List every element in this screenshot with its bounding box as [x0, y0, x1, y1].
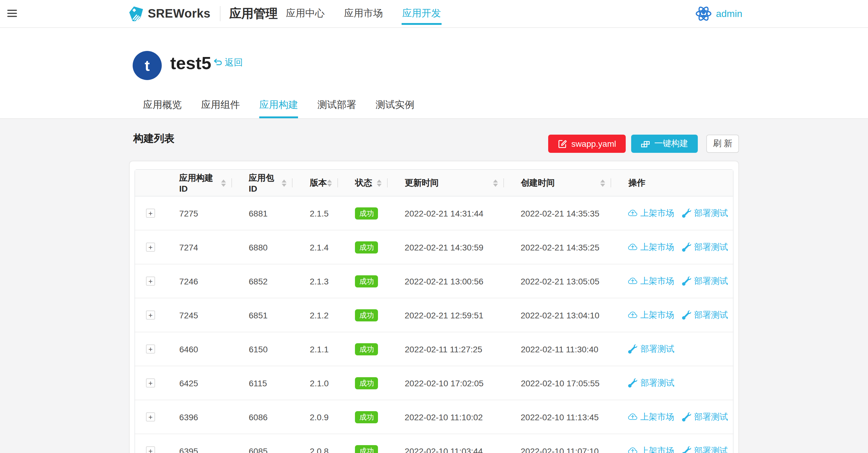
action-link-1[interactable]: 上架市场: [628, 446, 674, 453]
action-link-1[interactable]: 上架市场: [628, 242, 674, 253]
cell-value: 2.1.1: [310, 344, 329, 354]
cell-version: 2.1.0: [293, 378, 338, 388]
tab-4[interactable]: 测试部署: [317, 93, 356, 118]
table-row: +724668522.1.3成功2022-02-21 13:00:562022-…: [135, 264, 733, 299]
cell-expand: +: [135, 413, 162, 422]
cell-build-id: 6425: [162, 378, 232, 388]
cell-expand: +: [135, 378, 162, 388]
action-link-2[interactable]: 部署测试: [682, 412, 728, 422]
cell-value: 2022-02-21 14:31:44: [405, 208, 484, 218]
action-link-1[interactable]: 上架市场: [628, 310, 674, 320]
cell-value: 6396: [179, 412, 198, 422]
cell-updated-time: 2022-02-21 14:31:44: [388, 208, 504, 218]
expand-row-button[interactable]: +: [146, 277, 155, 286]
column-header-created-time[interactable]: 创建时间: [504, 170, 612, 196]
cell-build-id: 7245: [162, 310, 232, 320]
action-link-1[interactable]: 上架市场: [628, 412, 674, 422]
action-label: 上架市场: [640, 446, 674, 453]
button-label: 一键构建: [654, 138, 688, 149]
tab-3[interactable]: 应用构建: [259, 93, 298, 118]
action-link-2[interactable]: 部署测试: [682, 242, 728, 253]
wrench-icon: [682, 446, 691, 453]
toolbar-button-3[interactable]: 刷 新: [706, 135, 739, 153]
expand-row-button[interactable]: +: [146, 311, 155, 319]
action-link-1[interactable]: 上架市场: [628, 276, 674, 286]
sort-carets-icon[interactable]: [493, 179, 498, 187]
sort-carets-icon[interactable]: [221, 179, 226, 187]
caret-up-icon: [221, 179, 226, 182]
sort-carets-icon[interactable]: [328, 179, 332, 187]
tab-5[interactable]: 测试实例: [376, 93, 414, 118]
expand-row-button[interactable]: +: [146, 446, 155, 453]
action-link-2[interactable]: 部署测试: [682, 310, 728, 320]
toolbar-button-2[interactable]: 一键构建: [631, 135, 698, 153]
column-header-package-id[interactable]: 应用包ID: [232, 170, 293, 196]
cell-expand: +: [135, 208, 162, 218]
user-name[interactable]: admin: [716, 8, 742, 19]
cell-package-id: 6880: [232, 242, 293, 252]
cell-updated-time: 2022-02-10 11:10:02: [388, 412, 504, 422]
tab-1[interactable]: 应用概览: [143, 93, 182, 118]
action-label: 上架市场: [640, 242, 674, 253]
expand-row-button[interactable]: +: [146, 413, 155, 422]
column-header-updated-time[interactable]: 更新时间: [388, 170, 504, 196]
toolbar-button-1[interactable]: swapp.yaml: [548, 135, 626, 153]
cell-value: 7275: [179, 208, 198, 218]
action-link-1[interactable]: 上架市场: [628, 208, 674, 219]
cell-value: 6880: [249, 242, 268, 252]
cell-value: 2.0.9: [310, 412, 329, 422]
brand-group: SREWorks 应用管理: [129, 0, 278, 27]
wrench-icon: [682, 208, 691, 218]
build-list-card: 应用构建ID应用包ID版本状态更新时间创建时间操作 +727568812.1.5…: [129, 161, 739, 453]
nav-item-3[interactable]: 应用开发: [394, 0, 450, 27]
expand-row-button[interactable]: +: [146, 378, 155, 388]
app-tabs: 应用概览应用组件应用构建测试部署测试实例: [143, 93, 414, 118]
action-link-1[interactable]: 部署测试: [628, 343, 675, 355]
expand-row-button[interactable]: +: [146, 208, 155, 218]
expand-row-button[interactable]: +: [146, 344, 155, 353]
nav-item-2[interactable]: 应用市场: [336, 0, 391, 27]
caret-down-icon: [377, 183, 382, 187]
top-nav: 应用中心应用市场应用开发: [277, 0, 450, 27]
user-menu[interactable]: admin: [695, 0, 742, 27]
tab-2[interactable]: 应用组件: [201, 93, 240, 118]
cell-updated-time: 2022-02-21 14:30:59: [388, 242, 504, 252]
cell-status: 成功: [338, 343, 388, 355]
column-header-build-id[interactable]: 应用构建ID: [162, 170, 232, 196]
column-header-version[interactable]: 版本: [293, 170, 338, 196]
back-link[interactable]: 返回: [213, 58, 243, 67]
cell-created-time: 2022-02-11 11:30:40: [504, 344, 612, 354]
column-header-expand: [135, 170, 162, 196]
action-link-1[interactable]: 部署测试: [628, 377, 675, 389]
cell-version: 2.1.3: [293, 276, 338, 286]
expand-row-button[interactable]: +: [146, 243, 155, 252]
cell-value: 2022-02-10 17:05:55: [521, 378, 600, 388]
column-label: 应用构建ID: [179, 172, 221, 193]
cell-expand: +: [135, 277, 162, 286]
cell-value: 2022-02-10 11:13:45: [521, 412, 599, 422]
sort-carets-icon[interactable]: [600, 179, 606, 187]
column-header-status[interactable]: 状态: [338, 170, 388, 196]
action-link-2[interactable]: 部署测试: [682, 446, 728, 453]
nav-item-1[interactable]: 应用中心: [277, 0, 333, 27]
cell-actions: 上架市场部署测试: [611, 412, 733, 422]
cell-value: 2.1.5: [310, 208, 329, 218]
action-label: 上架市场: [640, 412, 674, 422]
cell-value: 2.0.8: [310, 446, 329, 453]
cell-created-time: 2022-02-10 11:13:45: [504, 412, 611, 422]
cell-expand: +: [135, 446, 162, 453]
action-label: 部署测试: [694, 310, 728, 320]
status-badge: 成功: [355, 343, 378, 355]
cell-created-time: 2022-02-21 13:04:10: [504, 310, 611, 320]
cell-value: 2022-02-21 13:05:05: [521, 276, 599, 286]
sort-carets-icon[interactable]: [282, 179, 287, 187]
cell-value: 2.1.3: [310, 276, 329, 286]
action-link-2[interactable]: 部署测试: [682, 208, 728, 219]
hamburger-menu-icon[interactable]: [7, 10, 17, 17]
sort-carets-icon[interactable]: [377, 179, 382, 187]
cell-package-id: 6150: [232, 344, 293, 354]
action-link-2[interactable]: 部署测试: [682, 276, 728, 286]
wrench-icon: [682, 277, 691, 286]
caret-down-icon: [221, 183, 226, 187]
status-badge: 成功: [355, 275, 378, 287]
